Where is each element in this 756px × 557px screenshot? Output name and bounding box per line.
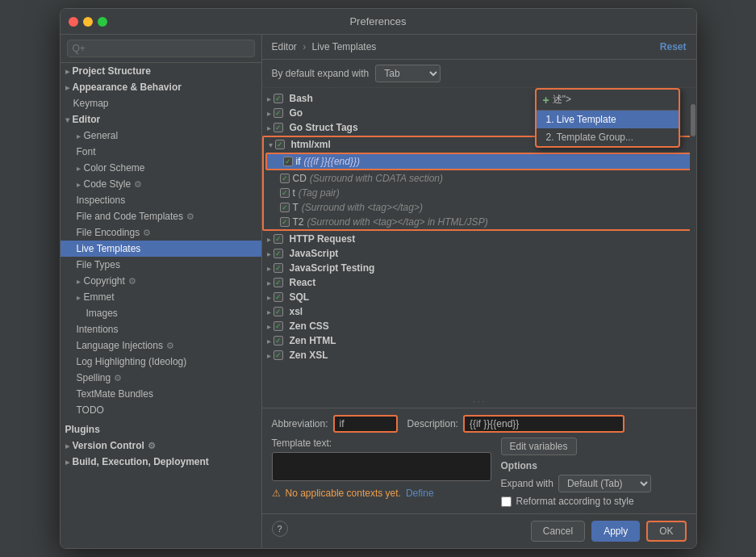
template-desc-if: ({{if }}{{end}}) [304, 156, 360, 167]
template-group-zen-css[interactable]: ▸ Zen CSS [262, 319, 696, 333]
checkbox-cd[interactable] [280, 174, 290, 183]
gear-icon-vc: ⚙ [148, 441, 156, 451]
sidebar-label-images: Images [86, 308, 118, 319]
options-panel: Edit variables Options Expand with Defau… [501, 438, 687, 507]
template-group-xsl[interactable]: ▸ xsl [262, 304, 696, 319]
template-desc-t: (Tag pair) [299, 187, 340, 199]
sidebar-label-file-code-templates: File and Code Templates [77, 211, 184, 222]
apply-button[interactable]: Apply [591, 521, 640, 542]
template-group-javascript[interactable]: ▸ JavaScript [262, 246, 696, 261]
sidebar-item-project-structure[interactable]: ▸ Project Structure [61, 63, 261, 79]
sidebar-item-emmet[interactable]: ▸ Emmet [61, 289, 261, 305]
expand-row: By default expand with Tab Space Enter [262, 60, 696, 88]
sidebar-item-version-control[interactable]: ▸ Version Control ⚙ [61, 438, 261, 454]
sidebar-item-copyright[interactable]: ▸ Copyright ⚙ [61, 273, 261, 289]
checkbox-T2[interactable] [280, 217, 290, 227]
checkbox-js[interactable] [274, 249, 283, 258]
checkbox-bash[interactable] [274, 94, 283, 103]
scrollbar-thumb[interactable] [691, 104, 695, 136]
sidebar-item-language-injections[interactable]: Language Injections ⚙ [61, 337, 261, 354]
sidebar-item-textmate-bundles[interactable]: TextMate Bundles [61, 386, 261, 402]
checkbox-zen-html[interactable] [274, 336, 283, 346]
checkbox-http[interactable] [274, 234, 283, 244]
template-item-T2[interactable]: T2 (Surround with <tag></tag> in HTML/JS… [264, 215, 695, 229]
template-group-http[interactable]: ▸ HTTP Request [262, 232, 696, 246]
template-item-T[interactable]: T (Surround with <tag></tag>) [264, 200, 695, 215]
sidebar-item-editor[interactable]: ▾ Editor [61, 111, 261, 128]
cancel-button[interactable]: Cancel [531, 521, 585, 542]
sidebar-item-keymap[interactable]: Keymap [61, 95, 261, 111]
checkbox-if[interactable] [283, 157, 293, 166]
abbreviation-label: Abbreviation: [272, 418, 328, 429]
gear-icon-language: ⚙ [166, 341, 174, 351]
preferences-window: Preferences ▸ Project Structure ▸ Appear… [60, 8, 697, 549]
group-label-zen-xsl: Zen XSL [290, 350, 328, 361]
sidebar-item-font[interactable]: Font [61, 144, 261, 160]
checkbox-t[interactable] [280, 188, 290, 198]
abbreviation-group: Abbreviation: [272, 415, 398, 433]
checkbox-xsl[interactable] [274, 307, 283, 316]
template-textarea[interactable] [272, 452, 491, 481]
template-item-t[interactable]: t (Tag pair) [264, 186, 695, 200]
sidebar-item-code-style[interactable]: ▸ Code Style ⚙ [61, 176, 261, 192]
checkbox-html-xml[interactable] [275, 140, 285, 149]
checkbox-react[interactable] [274, 278, 283, 287]
checkbox-T[interactable] [280, 203, 290, 212]
template-group-js-testing[interactable]: ▸ JavaScript Testing [262, 261, 696, 275]
group-label-xsl: xsl [290, 306, 303, 317]
sidebar-label-file-types: File Types [77, 259, 120, 270]
search-input[interactable] [67, 40, 255, 57]
context-menu-item-live-template[interactable]: 1. Live Template [537, 111, 679, 128]
sidebar-item-log-highlighting[interactable]: Log Highlighting (Ideolog) [61, 354, 261, 370]
minimize-button[interactable] [83, 17, 93, 27]
sidebar-item-spelling[interactable]: Spelling ⚙ [61, 370, 261, 386]
template-group-react[interactable]: ▸ React [262, 275, 696, 290]
expand-with-select[interactable]: Default (Tab) Tab Space Enter [558, 475, 651, 492]
reformat-checkbox[interactable] [501, 496, 512, 507]
sidebar-item-plugins[interactable]: Plugins [61, 421, 261, 438]
template-group-zen-html[interactable]: ▸ Zen HTML [262, 333, 696, 348]
abbreviation-input[interactable] [333, 415, 398, 433]
ok-button[interactable]: OK [646, 521, 686, 542]
separator-dots: · · · [262, 396, 696, 408]
expand-arrow-go: ▸ [265, 109, 274, 117]
close-button[interactable] [69, 17, 78, 27]
template-item-cd[interactable]: CD (Surround with CDATA section) [264, 171, 695, 186]
expand-arrow-sql: ▸ [265, 293, 274, 301]
title-bar: Preferences [61, 9, 696, 35]
sidebar-item-file-types[interactable]: File Types [61, 257, 261, 273]
define-link[interactable]: Define [406, 488, 434, 499]
sidebar-item-file-encodings[interactable]: File Encodings ⚙ [61, 224, 261, 241]
traffic-lights [69, 17, 107, 27]
context-menu-item-template-group[interactable]: 2. Template Group... [537, 128, 679, 146]
checkbox-go[interactable] [274, 108, 283, 118]
sidebar-item-inspections[interactable]: Inspections [61, 192, 261, 208]
help-button[interactable]: ? [272, 521, 288, 537]
expand-select[interactable]: Tab Space Enter [375, 65, 441, 82]
reset-button[interactable]: Reset [660, 41, 687, 52]
sidebar-item-file-code-templates[interactable]: File and Code Templates ⚙ [61, 208, 261, 224]
checkbox-js-test[interactable] [274, 263, 283, 273]
expand-arrow-js: ▸ [265, 249, 274, 258]
checkbox-sql[interactable] [274, 292, 283, 302]
expand-arrow-http: ▸ [265, 235, 274, 243]
sidebar-item-todo[interactable]: TODO [61, 402, 261, 418]
sidebar-label-textmate-bundles: TextMate Bundles [77, 388, 153, 400]
checkbox-go-struct[interactable] [274, 123, 283, 132]
edit-variables-button[interactable]: Edit variables [501, 438, 577, 455]
maximize-button[interactable] [98, 17, 107, 27]
template-group-sql[interactable]: ▸ SQL [262, 290, 696, 304]
template-group-zen-xsl[interactable]: ▸ Zen XSL [262, 348, 696, 362]
sidebar-item-build-execution[interactable]: ▸ Build, Execution, Deployment [61, 454, 261, 470]
sidebar-item-appearance-behavior[interactable]: ▸ Appearance & Behavior [61, 79, 261, 95]
checkbox-zen-xsl[interactable] [274, 350, 283, 360]
sidebar-item-intentions[interactable]: Intentions [61, 321, 261, 337]
sidebar-item-color-scheme[interactable]: ▸ Color Scheme [61, 160, 261, 176]
sidebar-item-images[interactable]: Images [61, 305, 261, 321]
sidebar-item-general[interactable]: ▸ General [61, 128, 261, 144]
breadcrumb-sep: › [303, 41, 308, 52]
description-input[interactable] [463, 415, 624, 433]
template-item-if[interactable]: if ({{if }}{{end}}) [267, 154, 691, 169]
sidebar-item-live-templates[interactable]: Live Templates [61, 241, 261, 257]
checkbox-zen-css[interactable] [274, 321, 283, 331]
